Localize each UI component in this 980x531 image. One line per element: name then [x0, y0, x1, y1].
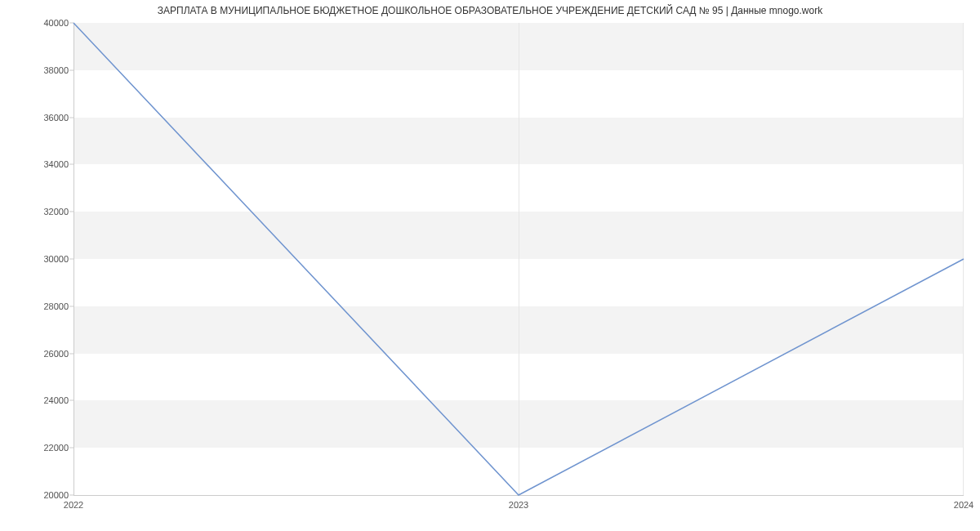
chart-container: ЗАРПЛАТА В МУНИЦИПАЛЬНОЕ БЮДЖЕТНОЕ ДОШКО…: [0, 0, 980, 531]
series-salary: [74, 23, 964, 495]
y-tick-label: 28000: [0, 301, 69, 311]
y-tick-label: 20000: [0, 490, 69, 500]
line-series: [74, 23, 964, 495]
y-tick-label: 22000: [0, 443, 69, 453]
y-tick-label: 34000: [0, 159, 69, 169]
plot-area: [74, 23, 964, 495]
y-tick-label: 24000: [0, 395, 69, 405]
chart-title: ЗАРПЛАТА В МУНИЦИПАЛЬНОЕ БЮДЖЕТНОЕ ДОШКО…: [0, 5, 980, 16]
y-tick-label: 40000: [0, 18, 69, 28]
y-tick-label: 30000: [0, 254, 69, 264]
y-tick-label: 38000: [0, 65, 69, 75]
y-tick-label: 26000: [0, 349, 69, 359]
x-tick-label: 2024: [954, 500, 973, 510]
y-tick-label: 32000: [0, 207, 69, 216]
y-tick-label: 36000: [0, 113, 69, 123]
x-tick-label: 2022: [64, 500, 83, 510]
x-tick-label: 2023: [509, 500, 528, 510]
